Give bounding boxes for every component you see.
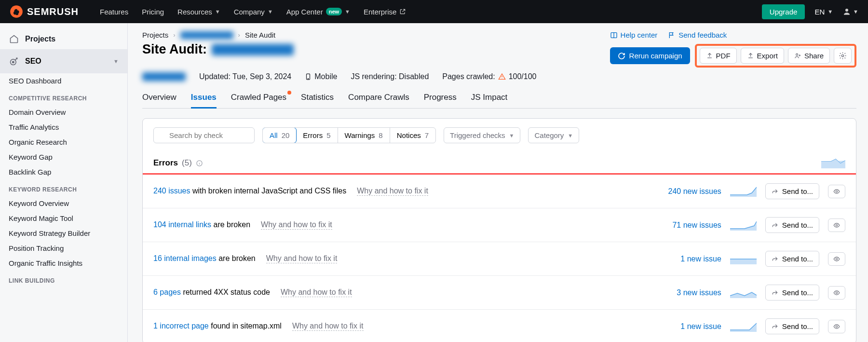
- info-icon[interactable]: [196, 160, 203, 167]
- export-button[interactable]: Export: [741, 48, 784, 64]
- project-name-blur: [212, 44, 294, 55]
- tab-crawled-pages[interactable]: Crawled Pages: [231, 93, 286, 108]
- new-issues-link[interactable]: 1 new issue: [680, 255, 721, 263]
- why-fix-link[interactable]: Why and how to fix it: [261, 220, 332, 230]
- send-to-button[interactable]: Send to...: [765, 318, 819, 334]
- add-user-icon: [794, 52, 801, 59]
- sidebar-item-keyword-magic[interactable]: Keyword Magic Tool: [0, 211, 127, 226]
- sidebar-item-domain-overview[interactable]: Domain Overview: [0, 105, 127, 120]
- badge-new: new: [326, 8, 342, 15]
- settings-button[interactable]: [834, 48, 852, 64]
- new-issues-link[interactable]: 1 new issue: [680, 322, 721, 331]
- nav-enterprise[interactable]: Enterprise: [364, 8, 406, 16]
- sidebar-item-backlink-gap[interactable]: Backlink Gap: [0, 164, 127, 179]
- category-dropdown[interactable]: Category▼: [528, 127, 579, 143]
- hide-button[interactable]: [828, 185, 845, 198]
- tab-statistics[interactable]: Statistics: [301, 93, 334, 108]
- send-to-button[interactable]: Send to...: [765, 251, 819, 267]
- sidebar-item-projects[interactable]: Projects: [0, 29, 127, 49]
- sparkline: [730, 287, 757, 298]
- hide-button[interactable]: [828, 219, 845, 232]
- sidebar-item-keyword-strategy[interactable]: Keyword Strategy Builder: [0, 226, 127, 241]
- chevron-down-icon: ▼: [509, 133, 515, 138]
- tab-compare-crawls[interactable]: Compare Crawls: [348, 93, 409, 108]
- send-feedback-link[interactable]: Send feedback: [668, 31, 727, 39]
- logo[interactable]: SEMRUSH: [10, 5, 79, 18]
- share-button[interactable]: Share: [788, 48, 830, 64]
- breadcrumb-projects[interactable]: Projects: [142, 31, 168, 39]
- svg-point-12: [836, 224, 838, 226]
- issue-count-link[interactable]: 104 internal links: [153, 220, 211, 229]
- seg-errors[interactable]: Errors5: [296, 128, 338, 143]
- sidebar-item-traffic-analytics[interactable]: Traffic Analytics: [0, 120, 127, 135]
- sidebar-item-seo-dashboard[interactable]: SEO Dashboard: [0, 73, 127, 88]
- share-arrow-icon: [772, 188, 778, 195]
- sidebar-item-label: Projects: [25, 35, 55, 43]
- send-to-button[interactable]: Send to...: [765, 183, 819, 199]
- send-to-button[interactable]: Send to...: [765, 285, 819, 301]
- svg-point-14: [836, 292, 838, 294]
- seg-all[interactable]: All20: [262, 127, 297, 143]
- hide-button[interactable]: [828, 286, 845, 300]
- sparkline: [730, 254, 757, 264]
- nav-links: Features Pricing Resources▼ Company▼ App…: [100, 8, 406, 16]
- hide-button[interactable]: [828, 252, 845, 266]
- tab-overview[interactable]: Overview: [142, 93, 176, 108]
- why-fix-link[interactable]: Why and how to fix it: [281, 288, 352, 297]
- sidebar-item-keyword-gap[interactable]: Keyword Gap: [0, 150, 127, 164]
- nav-company[interactable]: Company▼: [234, 8, 273, 16]
- pdf-button[interactable]: PDF: [700, 48, 737, 64]
- issue-count-link[interactable]: 6 pages: [153, 288, 181, 296]
- issue-description: are broken: [218, 254, 256, 262]
- seg-notices[interactable]: Notices7: [390, 128, 435, 143]
- nav-features[interactable]: Features: [100, 8, 128, 16]
- errors-section-head: Errors (5): [143, 152, 856, 175]
- eye-icon: [832, 222, 841, 229]
- new-issues-link[interactable]: 3 new issues: [677, 288, 721, 297]
- user-icon: [842, 7, 851, 16]
- sidebar-item-keyword-overview[interactable]: Keyword Overview: [0, 196, 127, 211]
- lang-switcher[interactable]: EN▼: [814, 8, 833, 16]
- chevron-down-icon: ▼: [568, 133, 573, 138]
- rerun-campaign-button[interactable]: Rerun campaign: [610, 47, 690, 64]
- svg-point-5: [796, 54, 798, 55]
- chevron-right-icon: ›: [238, 31, 240, 39]
- nav-app-center[interactable]: App Centernew▼: [286, 8, 350, 16]
- search-input[interactable]: [153, 127, 255, 143]
- tab-progress[interactable]: Progress: [424, 93, 457, 108]
- upgrade-button[interactable]: Upgrade: [762, 4, 805, 19]
- sidebar-item-position-tracking[interactable]: Position Tracking: [0, 241, 127, 256]
- issue-count-link[interactable]: 1 incorrect page: [153, 322, 209, 330]
- triggered-checks-dropdown[interactable]: Triggered checks▼: [444, 127, 520, 143]
- nav-pricing[interactable]: Pricing: [142, 8, 164, 16]
- new-issues-link[interactable]: 71 new issues: [672, 221, 721, 230]
- sidebar-item-organic-research[interactable]: Organic Research: [0, 135, 127, 150]
- breadcrumb-project-name[interactable]: [180, 31, 233, 39]
- avatar-menu[interactable]: ▼: [842, 7, 858, 16]
- issue-row: 16 internal images are broken Why and ho…: [143, 242, 856, 276]
- share-arrow-icon: [772, 256, 778, 262]
- chevron-down-icon: ▼: [113, 58, 119, 64]
- brand-text: SEMRUSH: [27, 6, 79, 17]
- filter-segments: All20 Errors5 Warnings8 Notices7: [262, 127, 436, 143]
- why-fix-link[interactable]: Why and how to fix it: [357, 187, 428, 196]
- tab-issues[interactable]: Issues: [191, 93, 217, 108]
- sidebar-item-organic-traffic[interactable]: Organic Traffic Insights: [0, 256, 127, 271]
- sidebar-item-seo[interactable]: SEO ▼: [0, 49, 127, 73]
- issues-card: All20 Errors5 Warnings8 Notices7 Trigger…: [142, 118, 856, 342]
- filter-row: All20 Errors5 Warnings8 Notices7 Trigger…: [143, 119, 856, 152]
- eye-icon: [832, 289, 841, 296]
- issue-count-link[interactable]: 16 internal images: [153, 254, 217, 262]
- why-fix-link[interactable]: Why and how to fix it: [292, 322, 364, 331]
- nav-resources[interactable]: Resources▼: [177, 8, 220, 16]
- why-fix-link[interactable]: Why and how to fix it: [266, 254, 338, 263]
- issue-count-link[interactable]: 240 issues: [153, 187, 190, 195]
- sidebar-group-keyword: KEYWORD RESEARCH: [0, 179, 127, 196]
- gear-icon: [839, 52, 847, 60]
- tab-js-impact[interactable]: JS Impact: [471, 93, 508, 108]
- send-to-button[interactable]: Send to...: [765, 217, 819, 233]
- hide-button[interactable]: [828, 320, 845, 333]
- seg-warnings[interactable]: Warnings8: [338, 128, 390, 143]
- help-center-link[interactable]: Help center: [610, 31, 658, 39]
- new-issues-link[interactable]: 240 new issues: [668, 187, 721, 196]
